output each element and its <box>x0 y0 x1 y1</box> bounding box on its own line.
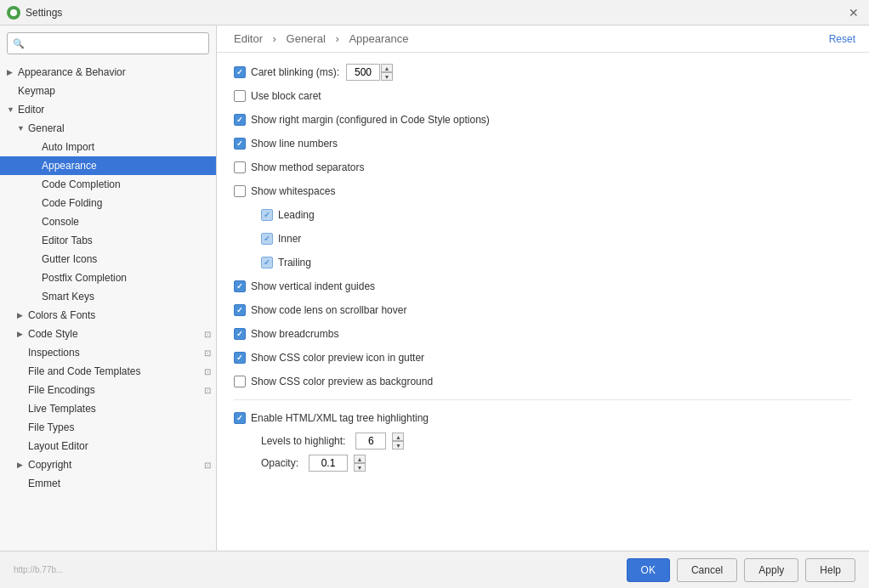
caret-blinking-checkbox-wrap[interactable]: Caret blinking (ms): <box>234 66 339 78</box>
show-breadcrumbs-checkbox[interactable] <box>234 328 246 340</box>
main-container: 🔍 ▶Appearance & BehaviorKeymap▼Editor▼Ge… <box>0 25 869 551</box>
sidebar-item-console[interactable]: Console <box>0 212 216 231</box>
sidebar-item-editor[interactable]: ▼Editor <box>0 100 216 119</box>
sidebar-item-code-style[interactable]: ▶Code Style⊡ <box>0 325 216 343</box>
close-button[interactable]: ✕ <box>845 6 862 20</box>
sidebar-item-general[interactable]: ▼General <box>0 119 216 138</box>
breadcrumb-part-3: Appearance <box>349 32 408 45</box>
sidebar-item-copyright[interactable]: ▶Copyright⊡ <box>0 455 216 474</box>
show-whitespaces-checkbox[interactable] <box>234 185 246 197</box>
sidebar-item-live-templates[interactable]: Live Templates <box>0 399 216 418</box>
opacity-label: Opacity: <box>261 457 298 469</box>
enable-html-xml-wrap[interactable]: Enable HTML/XML tag tree highlighting <box>234 412 429 424</box>
trailing-wrap[interactable]: Trailing <box>261 257 311 269</box>
inner-row: Inner <box>234 229 852 248</box>
show-code-lens-wrap[interactable]: Show code lens on scrollbar hover <box>234 304 406 316</box>
sidebar-item-file-code-templates[interactable]: File and Code Templates⊡ <box>0 362 216 381</box>
show-css-preview-icon-checkbox[interactable] <box>234 352 246 364</box>
window-title: Settings <box>26 7 845 19</box>
show-indent-guides-wrap[interactable]: Show vertical indent guides <box>234 280 375 292</box>
sidebar-item-emmet[interactable]: Emmet <box>0 474 216 493</box>
show-method-separators-label: Show method separators <box>251 161 364 173</box>
show-breadcrumbs-wrap[interactable]: Show breadcrumbs <box>234 328 338 340</box>
tree-arrow-appearance-behavior: ▶ <box>7 68 15 76</box>
sidebar-item-label-appearance: Appearance <box>42 160 97 172</box>
caret-blinking-up[interactable]: ▲ <box>381 64 393 72</box>
enable-html-xml-row: Enable HTML/XML tag tree highlighting <box>234 409 852 427</box>
breadcrumb-part-2: General <box>287 32 326 45</box>
sidebar-item-editor-tabs[interactable]: Editor Tabs <box>0 231 216 250</box>
sidebar-item-auto-import[interactable]: Auto Import <box>0 138 216 156</box>
levels-input[interactable] <box>355 433 386 449</box>
show-css-preview-bg-label: Show CSS color preview as background <box>251 376 433 387</box>
caret-blinking-row: Caret blinking (ms): ▲ ▼ <box>234 63 852 82</box>
show-method-separators-wrap[interactable]: Show method separators <box>234 161 364 173</box>
show-line-numbers-checkbox[interactable] <box>234 138 246 150</box>
sidebar-item-layout-editor[interactable]: Layout Editor <box>0 437 216 455</box>
sidebar-item-keymap[interactable]: Keymap <box>0 82 216 100</box>
cancel-button[interactable]: Cancel <box>677 558 737 582</box>
opacity-row: Opacity: ▲ ▼ <box>234 455 852 472</box>
show-right-margin-wrap[interactable]: Show right margin (configured in Code St… <box>234 114 490 126</box>
trailing-checkbox[interactable] <box>261 257 273 269</box>
ok-button[interactable]: OK <box>627 558 670 582</box>
sidebar-item-label-console: Console <box>42 216 79 228</box>
inner-checkbox[interactable] <box>261 233 273 245</box>
leading-wrap[interactable]: Leading <box>261 209 315 221</box>
show-css-preview-icon-wrap[interactable]: Show CSS color preview icon in gutter <box>234 352 424 364</box>
show-breadcrumbs-row: Show breadcrumbs <box>234 325 852 343</box>
tree-arrow-general: ▼ <box>17 124 26 133</box>
help-button[interactable]: Help <box>805 558 855 582</box>
footer: http://b.77b... OK Cancel Apply Help <box>0 551 869 588</box>
show-line-numbers-wrap[interactable]: Show line numbers <box>234 138 338 150</box>
search-input[interactable] <box>7 32 209 54</box>
sidebar-item-postfix-completion[interactable]: Postfix Completion <box>0 269 216 287</box>
sidebar-item-file-types[interactable]: File Types <box>0 418 216 437</box>
sidebar-item-appearance[interactable]: Appearance <box>0 156 216 175</box>
reset-link[interactable]: Reset <box>829 33 855 45</box>
footer-url: http://b.77b... <box>14 565 63 574</box>
search-box: 🔍 <box>0 25 216 61</box>
sidebar-item-appearance-behavior[interactable]: ▶Appearance & Behavior <box>0 63 216 82</box>
leading-row: Leading <box>234 206 852 224</box>
use-block-caret-checkbox[interactable] <box>234 90 246 102</box>
opacity-up[interactable]: ▲ <box>354 455 366 463</box>
apply-button[interactable]: Apply <box>744 558 798 582</box>
sidebar-item-gutter-icons[interactable]: Gutter Icons <box>0 250 216 269</box>
show-right-margin-label: Show right margin (configured in Code St… <box>251 114 490 126</box>
search-wrapper: 🔍 <box>7 32 209 54</box>
enable-html-xml-checkbox[interactable] <box>234 412 246 424</box>
sidebar-item-colors-fonts[interactable]: ▶Colors & Fonts <box>0 306 216 325</box>
show-whitespaces-wrap[interactable]: Show whitespaces <box>234 185 335 197</box>
sidebar-item-label-gutter-icons: Gutter Icons <box>42 253 97 265</box>
sidebar-item-label-copyright: Copyright <box>28 459 71 471</box>
show-breadcrumbs-label: Show breadcrumbs <box>251 328 338 340</box>
sidebar-item-file-encodings[interactable]: File Encodings⊡ <box>0 381 216 399</box>
content-area: Editor › General › Appearance Reset Care… <box>217 25 869 551</box>
breadcrumb-sep-1: › <box>273 32 280 45</box>
use-block-caret-wrap[interactable]: Use block caret <box>234 90 321 102</box>
show-css-preview-bg-checkbox[interactable] <box>234 376 246 387</box>
opacity-down[interactable]: ▼ <box>354 463 366 472</box>
caret-blinking-down[interactable]: ▼ <box>381 72 393 81</box>
caret-blinking-checkbox[interactable] <box>234 66 246 78</box>
sidebar-item-code-completion[interactable]: Code Completion <box>0 175 216 194</box>
sidebar-item-label-file-encodings: File Encodings <box>28 384 95 396</box>
sidebar-item-smart-keys[interactable]: Smart Keys <box>0 287 216 306</box>
sidebar-item-code-folding[interactable]: Code Folding <box>0 194 216 212</box>
show-method-separators-checkbox[interactable] <box>234 161 246 173</box>
show-indent-guides-checkbox[interactable] <box>234 280 246 292</box>
show-code-lens-checkbox[interactable] <box>234 304 246 316</box>
levels-down[interactable]: ▼ <box>392 441 404 449</box>
sidebar-item-label-inspections: Inspections <box>28 347 80 359</box>
inner-wrap[interactable]: Inner <box>261 233 301 245</box>
caret-blinking-input[interactable] <box>346 64 380 81</box>
opacity-input[interactable] <box>309 455 348 472</box>
leading-checkbox[interactable] <box>261 209 273 221</box>
show-right-margin-checkbox[interactable] <box>234 114 246 126</box>
levels-up[interactable]: ▲ <box>392 433 404 441</box>
sidebar-item-inspections[interactable]: Inspections⊡ <box>0 343 216 362</box>
tree-arrow-editor: ▼ <box>7 105 15 114</box>
show-css-preview-bg-wrap[interactable]: Show CSS color preview as background <box>234 376 433 387</box>
show-indent-guides-label: Show vertical indent guides <box>251 280 375 292</box>
